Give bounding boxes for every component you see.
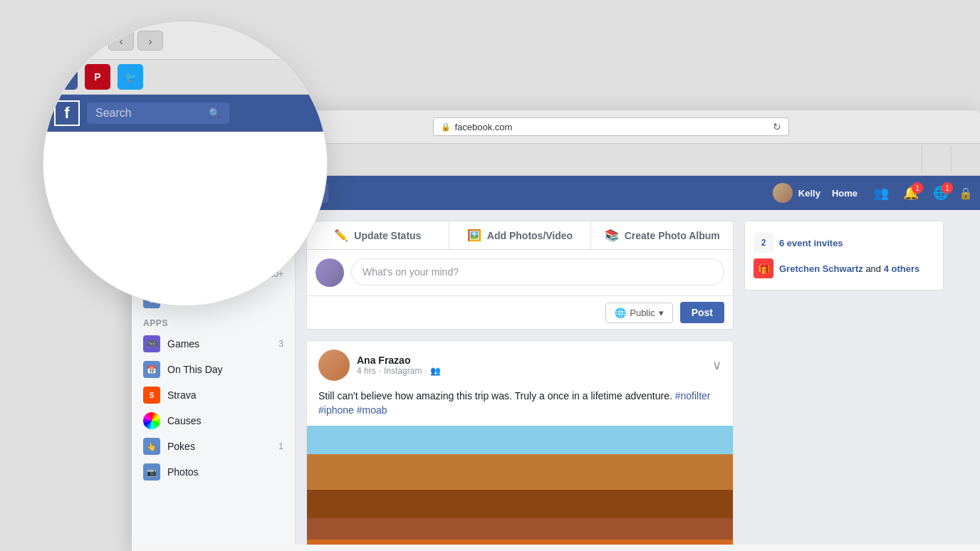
- zoom-bookmarks: f P 🐦: [43, 60, 327, 95]
- zoom-traffic-lights: [54, 36, 94, 46]
- sidebar-item-onthisday[interactable]: 📅 On This Day: [132, 357, 295, 382]
- gift-icon: 🎁: [754, 258, 773, 278]
- story-time: 4 hrs · Instagram · 👥: [357, 366, 705, 376]
- strava-label: Strava: [167, 389, 283, 401]
- story-author[interactable]: Ana Frazao: [357, 355, 705, 366]
- add-photo-tab[interactable]: 🖼️ Add Photos/Video: [449, 221, 592, 249]
- post-creator-footer: 🌐 Public ▾ Post: [307, 295, 733, 329]
- zoom-fb-navbar: f Search 🔍: [43, 95, 327, 132]
- sidebar-item-pokes[interactable]: 👆 Pokes 1: [132, 434, 295, 459]
- right-sidebar: 2 6 event invites 🎁 Gretchen Schwartz an…: [744, 221, 944, 534]
- friend-name[interactable]: Gretchen Schwartz: [779, 263, 863, 274]
- facebook-main: ✏️ Update Status 🖼️ Add Photos/Video 📚 C…: [296, 210, 980, 545]
- canyon-image: [307, 426, 733, 545]
- post-creator-body: What's on your mind?: [307, 250, 733, 295]
- onthisday-icon: 📅: [143, 361, 160, 378]
- friend-request-text: Gretchen Schwartz and 4 others: [779, 263, 919, 274]
- zoom-twitter-bookmark[interactable]: 🐦: [118, 64, 143, 90]
- story-avatar: [318, 350, 350, 381]
- notification-badge: 1: [912, 182, 923, 194]
- photo-icon: 🖼️: [467, 229, 481, 242]
- sidebar-item-photos[interactable]: 📷 Photos: [132, 459, 295, 485]
- sidebar-item-causes[interactable]: Causes: [132, 408, 295, 434]
- zoom-titlebar: ‹ ›: [43, 22, 327, 60]
- friends-icon[interactable]: 👥: [869, 182, 893, 204]
- visibility-button[interactable]: 🌐 Public ▾: [605, 303, 672, 323]
- post-button[interactable]: Post: [680, 302, 724, 323]
- onthisday-label: On This Day: [167, 364, 283, 375]
- story-avatar-img: [318, 350, 350, 381]
- lock-icon: 🔒: [441, 122, 451, 132]
- zoom-maximize-btn[interactable]: [84, 36, 94, 46]
- notifications-icon[interactable]: 🔔 1: [899, 182, 923, 204]
- create-album-tab[interactable]: 📚 Create Photo Album: [591, 221, 733, 249]
- audience-icon: 👥: [430, 366, 441, 376]
- zoom-back-btn[interactable]: ‹: [108, 31, 134, 51]
- update-status-tab[interactable]: ✏️ Update Status: [307, 221, 449, 249]
- messages-badge: 1: [942, 182, 953, 194]
- user-avatar[interactable]: [773, 183, 793, 203]
- zoom-search-icon: 🔍: [209, 107, 221, 119]
- fb-lock-icon: 🔒: [959, 187, 973, 200]
- home-button[interactable]: Home: [826, 185, 863, 201]
- friend-others-count[interactable]: 4 others: [884, 263, 920, 274]
- games-label: Games: [167, 338, 271, 350]
- causes-icon: [143, 412, 160, 429]
- zoom-nav-btns: ‹ ›: [108, 31, 163, 51]
- photos-icon: 📷: [143, 463, 160, 481]
- refresh-button[interactable]: ↻: [773, 121, 781, 132]
- story-card: Ana Frazao 4 hrs · Instagram · 👥 ∨: [306, 340, 734, 545]
- story-image: [307, 426, 733, 545]
- zoom-pinterest-bookmark[interactable]: P: [85, 64, 110, 90]
- messages-icon[interactable]: 🌐 1: [929, 182, 953, 204]
- event-invites-item[interactable]: 2 6 event invites: [754, 230, 934, 256]
- story-meta: Ana Frazao 4 hrs · Instagram · 👥: [357, 355, 705, 376]
- causes-label: Causes: [167, 415, 283, 426]
- zoom-circle: ‹ › f P 🐦 f Search 🔍: [43, 21, 328, 306]
- story-body: Still can't believe how amazing this tri…: [307, 389, 733, 426]
- zoom-fb-bookmark[interactable]: f: [52, 64, 78, 90]
- globe-icon: 🌐: [615, 308, 626, 318]
- news-feed: ✏️ Update Status 🖼️ Add Photos/Video 📚 C…: [306, 221, 734, 534]
- sidebar-item-games[interactable]: 🎮 Games 3: [132, 331, 295, 357]
- post-creator: ✏️ Update Status 🖼️ Add Photos/Video 📚 C…: [306, 221, 734, 330]
- zoom-close-btn[interactable]: [54, 36, 64, 46]
- sidebar-item-strava[interactable]: S Strava: [132, 382, 295, 408]
- zoom-fb-logo[interactable]: f: [54, 100, 80, 126]
- zoom-forward-btn[interactable]: ›: [137, 31, 163, 51]
- apps-header: APPS: [132, 313, 295, 331]
- event-invites-link[interactable]: 6 event invites: [779, 238, 843, 248]
- games-icon: 🎮: [143, 335, 160, 352]
- zoom-search-text: Search: [95, 107, 132, 120]
- pokes-icon: 👆: [143, 438, 160, 455]
- games-badge: 3: [278, 339, 283, 349]
- bookmark-cnn[interactable]: [922, 147, 951, 172]
- post-input[interactable]: What's on your mind?: [351, 258, 724, 285]
- pokes-label: Pokes: [167, 441, 271, 452]
- url-text: facebook.com: [455, 122, 513, 132]
- zoom-search[interactable]: Search 🔍: [87, 103, 229, 124]
- user-avatar-img: [773, 183, 793, 203]
- photos-label: Photos: [167, 466, 283, 478]
- post-creator-tabs: ✏️ Update Status 🖼️ Add Photos/Video 📚 C…: [307, 221, 733, 250]
- friend-request-item[interactable]: 🎁 Gretchen Schwartz and 4 others: [754, 256, 934, 281]
- zoom-circle-inner: ‹ › f P 🐦 f Search 🔍: [43, 22, 327, 305]
- event-invites-widget: 2 6 event invites 🎁 Gretchen Schwartz an…: [744, 221, 944, 290]
- story-header: Ana Frazao 4 hrs · Instagram · 👥 ∨: [307, 341, 733, 389]
- event-icon: 2: [754, 233, 773, 253]
- strava-icon: S: [143, 387, 160, 404]
- zoom-minimize-btn[interactable]: [69, 36, 79, 46]
- album-icon: 📚: [605, 229, 619, 242]
- pencil-icon: ✏️: [334, 229, 348, 242]
- story-chevron-icon[interactable]: ∨: [712, 357, 721, 373]
- pokes-badge: 1: [278, 441, 283, 451]
- user-name[interactable]: Kelly: [798, 188, 820, 199]
- bookmark-epicurious[interactable]: [951, 147, 980, 172]
- dropdown-arrow: ▾: [659, 308, 664, 318]
- navbar-right: Kelly Home 👥 🔔 1 🌐 1 🔒: [773, 182, 973, 204]
- address-bar[interactable]: 🔒 facebook.com ↻: [433, 117, 789, 136]
